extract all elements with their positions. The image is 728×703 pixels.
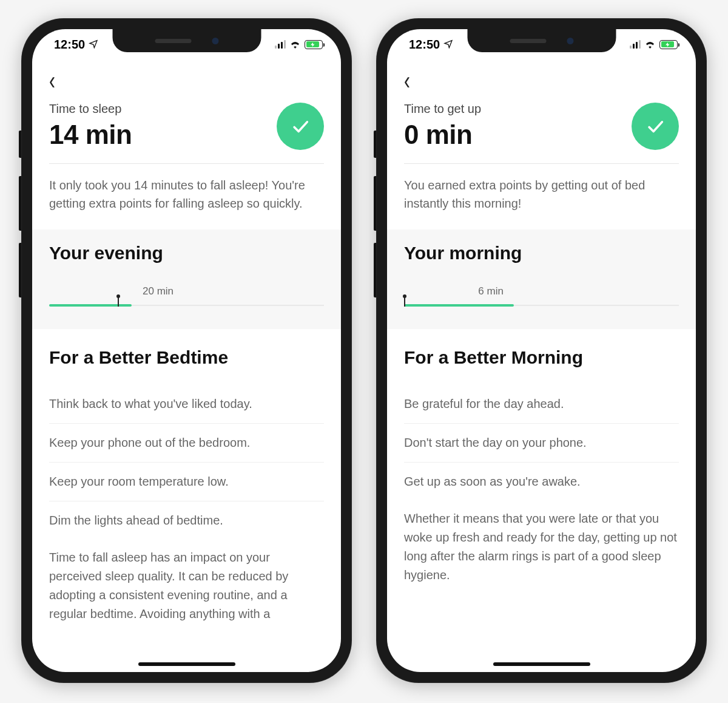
status-time: 12:50 bbox=[409, 38, 440, 52]
timeline-section: Your morning 6 min bbox=[387, 229, 696, 329]
home-indicator[interactable] bbox=[493, 662, 590, 666]
timeline-marker bbox=[118, 297, 119, 307]
battery-icon bbox=[305, 40, 323, 49]
timeline-marker bbox=[404, 297, 405, 307]
metric-label: Time to sleep bbox=[49, 102, 132, 116]
notch bbox=[112, 29, 261, 52]
tips-title: For a Better Bedtime bbox=[49, 329, 324, 385]
metric-value: 14 min bbox=[49, 120, 132, 150]
check-icon bbox=[290, 116, 311, 137]
status-time: 12:50 bbox=[54, 38, 85, 52]
timeline-fill bbox=[404, 304, 514, 307]
timeline-chart: 6 min bbox=[404, 284, 679, 308]
metric-description: It only took you 14 minutes to fall asle… bbox=[49, 164, 324, 229]
tips-list: Be grateful for the day ahead. Don't sta… bbox=[404, 385, 679, 501]
metric-value: 0 min bbox=[404, 120, 481, 150]
timeline-marker-label: 20 min bbox=[143, 285, 174, 297]
screen-right: 12:50 ‹ bbox=[387, 29, 696, 672]
screen-left: 12:50 ‹ bbox=[32, 29, 341, 672]
metric-description: You earned extra points by getting out o… bbox=[404, 164, 679, 229]
status-badge bbox=[632, 103, 679, 150]
tips-title: For a Better Morning bbox=[404, 329, 679, 385]
status-badge bbox=[277, 103, 324, 150]
tip-item: Be grateful for the day ahead. bbox=[404, 385, 679, 424]
location-icon bbox=[89, 38, 98, 52]
wifi-icon bbox=[644, 38, 656, 52]
metric-header: Time to sleep 14 min bbox=[49, 97, 324, 163]
metric-label: Time to get up bbox=[404, 102, 481, 116]
phone-frame-right: 12:50 ‹ bbox=[376, 18, 707, 683]
back-button[interactable]: ‹ bbox=[404, 66, 410, 95]
tip-item: Dim the lights ahead of bedtime. bbox=[49, 501, 324, 540]
notch bbox=[467, 29, 616, 52]
metric-header: Time to get up 0 min bbox=[404, 97, 679, 163]
location-icon bbox=[443, 38, 453, 52]
check-icon bbox=[645, 116, 666, 137]
tip-item: Think back to what you've liked today. bbox=[49, 385, 324, 424]
tip-item: Don't start the day on your phone. bbox=[404, 424, 679, 463]
explanation-text: Time to fall asleep has an impact on you… bbox=[49, 540, 324, 623]
explanation-text: Whether it means that you were late or t… bbox=[404, 501, 679, 585]
section-title: Your evening bbox=[49, 243, 324, 263]
tip-item: Get up as soon as you're awake. bbox=[404, 463, 679, 501]
section-title: Your morning bbox=[404, 243, 679, 263]
wifi-icon bbox=[289, 38, 301, 52]
timeline-chart: 20 min bbox=[49, 284, 324, 308]
home-indicator[interactable] bbox=[138, 662, 235, 666]
cellular-icon bbox=[630, 40, 641, 49]
timeline-marker-label: 6 min bbox=[478, 285, 504, 297]
battery-icon bbox=[659, 40, 678, 49]
tip-item: Keep your room temperature low. bbox=[49, 463, 324, 501]
back-button[interactable]: ‹ bbox=[49, 66, 55, 95]
timeline-section: Your evening 20 min bbox=[32, 229, 341, 329]
timeline-fill bbox=[49, 304, 132, 307]
cellular-icon bbox=[275, 40, 286, 49]
tips-list: Think back to what you've liked today. K… bbox=[49, 385, 324, 540]
phone-frame-left: 12:50 ‹ bbox=[21, 18, 352, 683]
tip-item: Keep your phone out of the bedroom. bbox=[49, 424, 324, 463]
